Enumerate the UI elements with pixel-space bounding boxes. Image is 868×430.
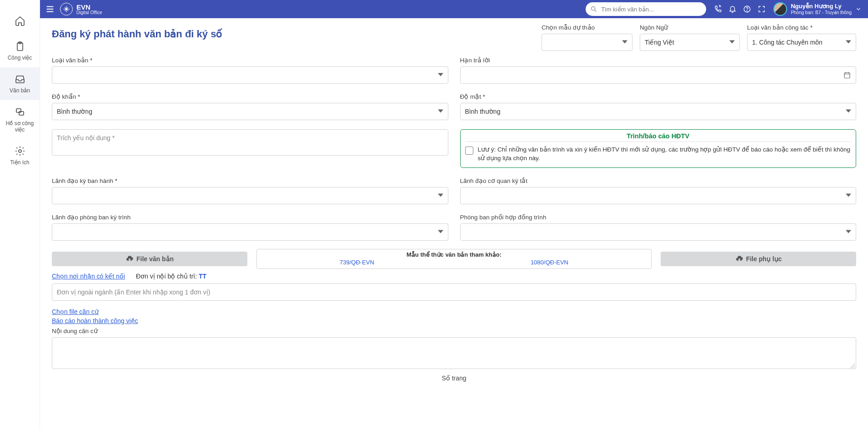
choose-basis-link[interactable]: Chọn file căn cứ: [52, 308, 856, 315]
template-link-2[interactable]: 1080/QĐ-EVN: [531, 259, 568, 266]
filter-worktype: Loại văn bản công tác 1. Công tác Chuyên…: [747, 24, 856, 51]
calendar-icon: [843, 71, 851, 79]
field-summary: Trích yếu nội dung *: [52, 129, 448, 168]
field-secrecy: Độ mật Bình thường: [460, 93, 857, 120]
internal-unit-label: Đơn vị nội bộ chủ trì:: [136, 273, 197, 280]
signer-short-select[interactable]: [460, 187, 857, 204]
svg-point-5: [592, 7, 595, 10]
gear-icon: [15, 146, 25, 157]
upload-row: File văn bản Mẫu thể thức văn bản tham k…: [52, 249, 856, 269]
hdtv-title: Trình/báo cáo HĐTV: [465, 132, 852, 140]
svg-point-4: [19, 150, 21, 152]
choose-recipient-link[interactable]: Chọn nơi nhận có kết nối: [52, 273, 125, 280]
brand-subtitle: Digital Office: [76, 10, 102, 15]
hdtv-checkbox[interactable]: [465, 147, 473, 155]
brand[interactable]: EVN Digital Office: [60, 3, 102, 15]
nav-label: Công việc: [8, 55, 32, 61]
caret-down-icon: [846, 192, 851, 199]
nav-label: Hồ sơ công việc: [2, 120, 38, 133]
compass-icon: [60, 3, 73, 15]
chevron-down-icon: [855, 6, 862, 12]
help-icon: [743, 5, 751, 13]
user-name: Nguyễn Hương Ly: [791, 3, 852, 10]
filter-draft-select[interactable]: [542, 34, 632, 51]
caret-down-icon: [729, 39, 735, 46]
caret-down-icon: [438, 192, 443, 199]
top-filters: Chọn mẫu dự thảo Ngôn Ngữ Tiếng Việt Loạ…: [542, 24, 856, 51]
search-input[interactable]: [586, 2, 706, 16]
basis-content-textarea[interactable]: [52, 337, 856, 369]
external-unit-input[interactable]: Đơn vị ngoài ngành (ấn Enter khi nhập xo…: [52, 283, 856, 301]
user-dept: Phòng ban: B7 - Truyền thông: [791, 10, 852, 15]
cloud-upload-icon: [735, 255, 743, 263]
home-icon: [15, 15, 25, 26]
deadline-input[interactable]: [460, 66, 857, 84]
search-box[interactable]: [586, 2, 706, 16]
basis-content-label: Nội dung căn cứ: [52, 328, 98, 334]
form-grid: Loại văn bản Hạn trả lời Độ khẩn Bình th…: [52, 56, 856, 241]
svg-rect-2: [16, 109, 21, 112]
internal-unit-value: TT: [199, 273, 206, 280]
filter-worktype-label: Loại văn bản công tác: [747, 24, 856, 31]
file-appendix-button[interactable]: File phụ lục: [661, 252, 856, 266]
summary-textarea[interactable]: Trích yếu nội dung *: [52, 129, 448, 156]
svg-rect-3: [19, 111, 24, 115]
cloud-upload-icon: [125, 255, 134, 263]
topbar: EVN Digital Office Nguyễn Hương Ly Phòng…: [40, 0, 868, 18]
notifications-button[interactable]: [725, 5, 740, 13]
nav-label: Văn bản: [10, 87, 30, 94]
archive-icon: [15, 106, 25, 117]
nav-vanban[interactable]: Văn bản: [0, 67, 40, 100]
secrecy-select[interactable]: Bình thường: [460, 103, 857, 120]
nav-tienich[interactable]: Tiện ích: [0, 139, 40, 172]
template-title: Mẫu thể thức văn bản tham khảo:: [261, 251, 647, 258]
svg-rect-8: [844, 73, 850, 78]
caret-down-icon: [622, 39, 627, 46]
hdtv-infobox: Trình/báo cáo HĐTV Lưư ý: Chỉ những văn …: [460, 129, 857, 168]
doc-type-select[interactable]: [52, 66, 448, 84]
nav-home[interactable]: [0, 7, 40, 35]
phone-button[interactable]: [711, 5, 725, 13]
caret-down-icon: [438, 108, 443, 115]
dept-signer-select[interactable]: [52, 223, 448, 241]
page: Chọn mẫu dự thảo Ngôn Ngữ Tiếng Việt Loạ…: [40, 0, 868, 400]
field-doc-type: Loại văn bản: [52, 56, 448, 84]
caret-down-icon: [438, 71, 443, 79]
search-icon: [590, 5, 597, 13]
filter-lang: Ngôn Ngữ Tiếng Việt: [640, 24, 740, 51]
inbox-icon: [15, 74, 25, 85]
nav-hoso[interactable]: Hồ sơ công việc: [0, 100, 40, 139]
field-dept-coop: Phòng ban phối hợp đồng trình: [460, 213, 857, 241]
signer-issue-select[interactable]: [52, 187, 448, 204]
filter-worktype-select[interactable]: 1. Công tác Chuyên môn: [747, 34, 856, 51]
dept-coop-select[interactable]: [460, 223, 857, 241]
help-button[interactable]: [740, 5, 754, 13]
caret-down-icon: [846, 108, 851, 115]
report-complete-link[interactable]: Báo cáo hoàn thành công việc: [52, 317, 856, 324]
pages-label: Số trang: [52, 374, 856, 382]
nav-label: Tiện ích: [10, 159, 30, 166]
field-signer-issue: Lãnh đạo ký ban hành: [52, 177, 448, 204]
filter-draft: Chọn mẫu dự thảo: [542, 24, 632, 51]
user-menu[interactable]: Nguyễn Hương Ly Phòng ban: B7 - Truyền t…: [773, 2, 862, 16]
menu-toggle[interactable]: [40, 4, 60, 14]
filter-lang-label: Ngôn Ngữ: [640, 24, 740, 31]
field-signer-short: Lãnh đạo cơ quan ký tắt: [460, 177, 857, 204]
nav-congviec[interactable]: Công việc: [0, 35, 40, 67]
svg-point-7: [747, 10, 748, 11]
phone-icon: [714, 5, 722, 13]
avatar: [773, 2, 787, 16]
field-deadline: Hạn trả lời: [460, 56, 857, 84]
field-urgency: Độ khẩn Bình thường: [52, 93, 448, 120]
filter-lang-select[interactable]: Tiếng Việt: [640, 34, 740, 51]
left-sidebar: Công việc Văn bản Hồ sơ công việc Tiện í…: [0, 0, 40, 400]
urgency-select[interactable]: Bình thường: [52, 103, 448, 120]
hdtv-note: Lưư ý: Chỉ những văn bản trình và xin ý …: [478, 146, 852, 163]
field-dept-signer: Lãnh đạo phòng ban ký trình: [52, 213, 448, 241]
fullscreen-button[interactable]: [754, 5, 769, 13]
file-doc-button[interactable]: File văn bản: [52, 252, 247, 266]
template-box: Mẫu thể thức văn bản tham khảo: 739/QĐ-E…: [256, 249, 652, 269]
resize-handle-icon[interactable]: [849, 362, 855, 368]
caret-down-icon: [846, 228, 851, 236]
template-link-1[interactable]: 739/QĐ-EVN: [340, 259, 374, 266]
